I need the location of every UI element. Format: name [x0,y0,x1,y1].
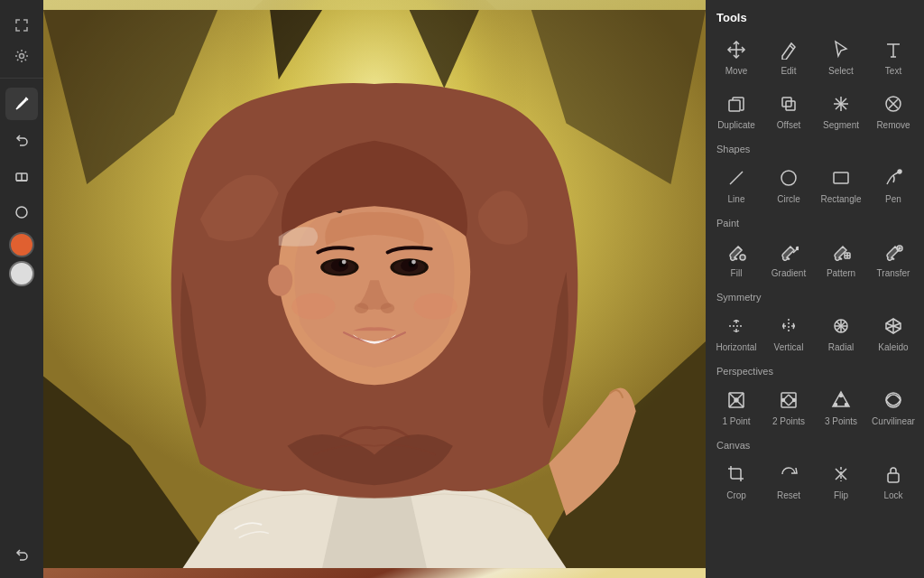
radial-icon [828,313,854,339]
svg-point-18 [355,303,368,313]
tool-circle[interactable]: Circle [763,160,814,210]
tools-grid-perspectives: 1 Point 2 Points [706,382,924,436]
tool-text[interactable]: Text [868,32,919,82]
edit-icon [776,37,801,62]
tool-curvilinear[interactable]: Curvilinear [868,382,919,433]
tool-vertical[interactable]: Vertical [763,308,814,359]
svg-line-73 [789,400,794,406]
tools-grid-symmetry: Horizontal Vertical [706,308,924,362]
svg-point-19 [381,303,394,313]
tool-lock[interactable]: Lock [868,456,919,507]
curvilinear-label: Curvilinear [872,416,915,427]
settings-button[interactable] [7,42,36,70]
tool-segment[interactable]: Segment [816,86,866,136]
segment-icon [828,91,854,117]
tool-transfer[interactable]: Transfer [868,234,919,284]
color-orange-swatch[interactable] [9,232,34,257]
2points-icon [776,387,801,413]
svg-point-39 [740,255,745,260]
svg-line-72 [789,395,794,400]
pen-icon [881,165,906,191]
tool-pattern[interactable]: Pattern [816,234,866,284]
tool-offset[interactable]: Offset [763,86,814,136]
edit-label: Edit [781,66,796,77]
canvas-area[interactable] [43,0,706,578]
svg-point-4 [16,207,27,218]
transfer-icon [881,239,906,265]
tool-horizontal[interactable]: Horizontal [711,308,762,359]
offset-label: Offset [777,120,801,131]
symmetry-section-label: Symmetry [706,288,924,308]
right-panel: Tools Move Edit [706,0,924,578]
tool-edit[interactable]: Edit [763,32,814,82]
svg-line-66 [736,400,744,407]
tool-select[interactable]: Select [816,32,866,82]
tool-flip[interactable]: Flip [816,456,866,507]
pen-label: Pen [885,194,901,205]
kaleido-label: Kaleido [878,342,908,353]
tool-3points[interactable]: 3 Points [816,382,866,433]
horizontal-label: Horizontal [716,342,756,353]
expand-button[interactable] [7,11,36,40]
color-white-swatch[interactable] [9,261,34,286]
tool-1point[interactable]: 1 Point [711,382,762,433]
text-icon [881,37,906,62]
svg-line-63 [729,393,736,400]
eraser-tool[interactable] [5,160,38,192]
select-icon [828,37,854,62]
drawing-tools [5,88,38,286]
left-header [0,7,43,79]
tool-2points[interactable]: 2 Points [763,382,814,433]
tool-rectangle[interactable]: Rectangle [816,160,866,210]
duplicate-label: Duplicate [717,120,755,131]
offset-icon [776,91,801,117]
pattern-label: Pattern [827,268,855,279]
tool-line[interactable]: Line [711,160,762,210]
tool-kaleido[interactable]: Kaleido [868,308,919,359]
tool-pen[interactable]: Pen [868,160,919,210]
1point-label: 1 Point [722,416,750,427]
fill-icon [724,239,749,265]
radial-label: Radial [828,342,854,353]
tool-duplicate[interactable]: Duplicate [711,86,762,136]
svg-point-46 [899,247,901,249]
tools-grid-paint: Fill Gradient Pattern [706,234,924,288]
tool-fill[interactable]: Fill [711,234,762,284]
shapes-section-label: Shapes [706,140,924,160]
line-icon [724,165,749,191]
curvilinear-icon [881,387,906,413]
tool-remove[interactable]: Remove [868,86,919,136]
undo-bottom-button[interactable] [5,538,38,571]
text-label: Text [885,66,901,77]
shape-tool[interactable] [5,196,38,228]
brush-tool[interactable] [5,88,38,120]
rectangle-icon [828,165,854,191]
fill-label: Fill [731,268,743,279]
crop-icon [724,461,749,487]
tool-reset[interactable]: Reset [763,456,814,507]
tools-grid-1: Move Edit Select [706,32,924,86]
remove-label: Remove [876,120,910,131]
tool-move[interactable]: Move [711,32,762,82]
canvas-image [43,0,706,578]
gradient-icon [776,239,801,265]
move-icon [724,37,749,62]
tool-radial[interactable]: Radial [816,308,866,359]
remove-icon [881,91,906,117]
svg-point-75 [840,395,843,397]
transfer-label: Transfer [877,268,910,279]
3points-icon [828,387,854,413]
left-toolbar [0,0,43,578]
duplicate-icon [724,91,749,117]
reset-label: Reset [777,490,800,501]
flip-label: Flip [834,490,848,501]
svg-point-36 [781,171,796,185]
undo-tool[interactable] [5,124,38,156]
lock-icon [881,461,906,487]
svg-rect-28 [782,98,791,107]
svg-line-70 [783,395,789,400]
pattern-icon [828,239,854,265]
svg-line-65 [729,400,736,407]
tool-gradient[interactable]: Gradient [763,234,814,284]
tool-crop[interactable]: Crop [711,456,762,507]
